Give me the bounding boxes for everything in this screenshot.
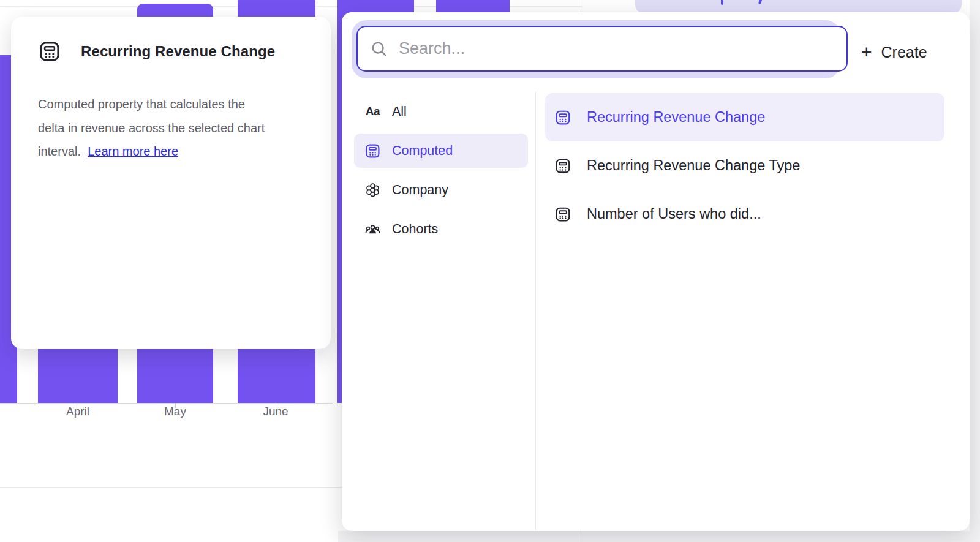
clipped-text-fragment bbox=[758, 0, 763, 4]
calculator-icon bbox=[364, 143, 381, 159]
text-aa-icon: Aa bbox=[364, 105, 381, 118]
x-axis-label: June bbox=[263, 405, 288, 418]
calculator-icon bbox=[554, 157, 571, 175]
description-line: delta in revenue across the selected cha… bbox=[38, 116, 307, 140]
calculator-icon bbox=[554, 109, 571, 126]
clipped-text-fragment bbox=[721, 0, 723, 5]
property-selector-modal: + Create Aa All Computed Company Cohorts bbox=[342, 12, 970, 531]
category-company[interactable]: Company bbox=[354, 173, 528, 207]
x-axis-label: May bbox=[164, 405, 186, 418]
description-line: interval. Learn more here bbox=[38, 140, 307, 164]
category-list: Aa All Computed Company Cohorts bbox=[354, 94, 528, 251]
learn-more-link[interactable]: Learn more here bbox=[88, 145, 178, 158]
category-cohorts[interactable]: Cohorts bbox=[354, 212, 528, 246]
result-number-of-users[interactable]: Number of Users who did... bbox=[545, 190, 944, 238]
search-input[interactable] bbox=[398, 39, 846, 59]
results-list: Recurring Revenue Change Recurring Reven… bbox=[545, 93, 944, 238]
result-recurring-revenue-change-type[interactable]: Recurring Revenue Change Type bbox=[545, 141, 944, 190]
tooltip-header: Recurring Revenue Change bbox=[38, 40, 275, 63]
cohorts-icon bbox=[364, 221, 381, 238]
result-recurring-revenue-change[interactable]: Recurring Revenue Change bbox=[545, 93, 944, 141]
modal-divider bbox=[535, 92, 536, 530]
calculator-icon bbox=[554, 206, 571, 223]
x-axis-label: April bbox=[66, 405, 89, 418]
category-all[interactable]: Aa All bbox=[354, 94, 528, 129]
search-field[interactable] bbox=[356, 26, 848, 72]
category-computed[interactable]: Computed bbox=[354, 134, 528, 168]
plus-icon: + bbox=[861, 43, 872, 61]
search-icon bbox=[370, 40, 388, 58]
page-background bbox=[970, 0, 980, 542]
search-focus-ring bbox=[352, 20, 840, 78]
create-button[interactable]: + Create bbox=[856, 40, 932, 64]
page-background bbox=[338, 531, 980, 542]
screen: April May June Recurring Revenue Change … bbox=[0, 0, 980, 542]
company-icon bbox=[364, 182, 381, 198]
tooltip-description: Computed property that calculates the de… bbox=[38, 92, 307, 164]
calculator-icon bbox=[38, 40, 61, 63]
tooltip-title: Recurring Revenue Change bbox=[81, 43, 275, 60]
x-axis bbox=[0, 403, 333, 404]
description-line: Computed property that calculates the bbox=[38, 92, 307, 116]
property-tooltip: Recurring Revenue Change Computed proper… bbox=[11, 17, 331, 349]
